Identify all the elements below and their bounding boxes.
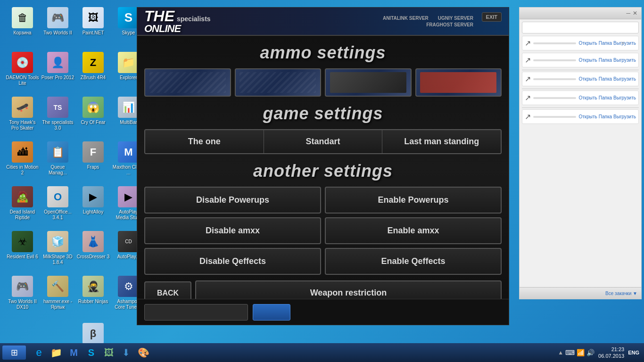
- download-taskbar-icon: ⬇: [122, 347, 130, 358]
- desktop-icon-openoffice[interactable]: O OpenOffice... 3.4.1: [40, 184, 75, 229]
- queue-icon: 📋: [47, 141, 68, 163]
- crossdresser-icon: 👗: [83, 231, 104, 252]
- download-upload-1[interactable]: Выгрузить: [613, 41, 636, 46]
- exit-button[interactable]: EXIT: [482, 12, 502, 22]
- download-actions-1: Открыть Папка Выгрузить: [578, 41, 636, 46]
- desktop-icon-crossdresser[interactable]: 👗 CrossDresser 3: [75, 229, 111, 273]
- bottom-input-field[interactable]: [144, 304, 248, 321]
- download-open-1[interactable]: Открыть: [578, 41, 597, 46]
- download-folder-3[interactable]: Папка: [599, 76, 612, 82]
- recycle-icon: 🗑: [12, 7, 33, 28]
- desktop-icon-lightalloy[interactable]: ▶ LightAlloy: [75, 184, 111, 229]
- desktop-icon-label: The specialists 3.0: [41, 120, 74, 131]
- download-upload-5[interactable]: Выгрузить: [613, 114, 636, 119]
- enable-amxx-button[interactable]: Enable amxx: [325, 217, 502, 244]
- download-arrow-icon-3: ↗: [525, 74, 531, 83]
- taskbar-skype-icon[interactable]: S: [83, 345, 99, 361]
- download-actions-5: Открыть Папка Выгрузить: [578, 114, 636, 119]
- desktop-icon-milkshape[interactable]: 🧊 MilkShape 3D 1.8.4: [40, 229, 75, 273]
- ammo-slot-3[interactable]: [325, 68, 412, 97]
- download-upload-4[interactable]: Выгрузить: [613, 95, 636, 100]
- panel-title-bar: ─ ✕: [520, 8, 641, 19]
- desktop-icon-label: MultiBar: [120, 120, 137, 125]
- desktop-icon-rubber[interactable]: 🥷 Rubber Ninjas: [75, 273, 111, 318]
- panel-minimize-button[interactable]: ─: [626, 10, 630, 16]
- ammo-slot-1[interactable]: [144, 68, 231, 97]
- nav-ugniy[interactable]: UGNIY SERVER: [438, 16, 473, 21]
- desktop-icon-label: Tony Hawk's Pro Skater: [6, 120, 39, 131]
- nav-fraghost[interactable]: FRAGHOST SERVER: [426, 22, 473, 27]
- cry-icon: 😱: [83, 97, 104, 118]
- desktop-icon-two-dx10[interactable]: 🎮 Two Worlds II DX10: [5, 273, 40, 318]
- enable-powerups-button[interactable]: Enable Powerups: [325, 187, 502, 214]
- taskbar-download-icon[interactable]: ⬇: [118, 345, 134, 361]
- download-open-3[interactable]: Открыть: [578, 76, 597, 82]
- desktop-icon-label: Poser Pro 2012: [41, 75, 74, 81]
- disable-powerups-button[interactable]: Disable Powerups: [144, 187, 321, 214]
- clock-date: 06.07.2013: [598, 353, 624, 359]
- taskbar-paint-icon[interactable]: 🎨: [135, 345, 152, 361]
- desktop-icon-resident[interactable]: ☣ Resident Evil 6: [5, 229, 40, 273]
- desktop-icon-paint-net[interactable]: 🖼 Paint.NET: [75, 5, 111, 49]
- download-actions-3: Открыть Папка Выгрузить: [578, 76, 636, 82]
- disable-amxx-button[interactable]: Disable amxx: [144, 217, 321, 244]
- enable-qeffects-button[interactable]: Enable Qeffects: [325, 248, 502, 275]
- desktop-icon-zbrush[interactable]: Z ZBrush 4R4: [75, 49, 111, 94]
- desktop-icon-two-worlds[interactable]: 🎮 Two Worlds II: [40, 5, 75, 49]
- two-worlds-icon: 🎮: [47, 7, 68, 28]
- download-folder-1[interactable]: Папка: [599, 41, 612, 46]
- start-button[interactable]: ⊞: [2, 346, 26, 360]
- download-open-2[interactable]: Открыть: [578, 58, 597, 63]
- download-folder-4[interactable]: Папка: [599, 95, 612, 100]
- taskbar-folder-icon[interactable]: 📁: [48, 345, 65, 361]
- download-open-5[interactable]: Открыть: [578, 114, 597, 119]
- desktop-icon-daemon[interactable]: 💿 DAEMON Tools Lite: [5, 49, 40, 94]
- desktop-icon-cry[interactable]: 😱 Cry Of Fear: [75, 94, 111, 139]
- desktop-icon-label: Skype: [122, 30, 135, 36]
- ammo-slot-4[interactable]: [415, 68, 502, 97]
- tray-arrow-icon[interactable]: ▲: [558, 349, 563, 356]
- desktop-icon-specialists[interactable]: TS The specialists 3.0: [40, 94, 75, 139]
- game-mode-standart[interactable]: Standart: [264, 130, 383, 153]
- desktop-icon-hammer[interactable]: 🔨 hammer.exe - Ярлык: [40, 273, 75, 318]
- taskbar-ie-icon[interactable]: e: [31, 345, 47, 361]
- download-upload-3[interactable]: Выгрузить: [613, 76, 636, 82]
- desktop-icon-fraps[interactable]: F Fraps: [75, 139, 111, 184]
- desktop-icon-cities[interactable]: 🏙 Cities in Motion 2: [5, 139, 40, 184]
- taskbar-photo-icon[interactable]: 🖼: [100, 345, 117, 361]
- download-progress-bar-2: [533, 59, 576, 61]
- ammo-slot-2[interactable]: [235, 68, 322, 97]
- desktop-icon-label: ZBrush 4R4: [81, 75, 106, 81]
- download-close-1[interactable]: ✕: [621, 41, 625, 46]
- game-bottom-bar: [137, 299, 509, 325]
- taskbar-maxthon-icon[interactable]: M: [66, 345, 82, 361]
- game-mode-the-one[interactable]: The one: [145, 130, 264, 153]
- disable-qeffects-button[interactable]: Disable Qeffects: [144, 248, 321, 275]
- ammo-slot-inner-1: [149, 72, 226, 93]
- ammo-slots-row: [144, 68, 502, 97]
- tray-keyboard-icon: ⌨: [565, 349, 575, 356]
- desktop-icon-hawks[interactable]: 🛹 Tony Hawk's Pro Skater: [5, 94, 40, 139]
- nav-anitalink[interactable]: ANITALINK SERVER: [383, 16, 429, 21]
- all-downloads-link[interactable]: Все закачки ▼: [605, 291, 637, 296]
- game-mode-last-man[interactable]: Last man standing: [382, 130, 501, 153]
- download-folder-2[interactable]: Папка: [599, 58, 612, 63]
- another-settings-grid: Disable Powerups Enable Powerups Disable…: [144, 187, 502, 275]
- download-progress-bar-3: [533, 78, 576, 80]
- download-folder-5[interactable]: Папка: [599, 114, 612, 119]
- game-settings-title: game settings: [144, 104, 502, 123]
- desktop-icon-recycle[interactable]: 🗑 Корзина: [5, 5, 40, 49]
- download-upload-2[interactable]: Выгрузить: [613, 58, 636, 63]
- download-open-4[interactable]: Открыть: [578, 95, 597, 100]
- download-filter-input[interactable]: [522, 22, 639, 33]
- bottom-submit-button[interactable]: [253, 304, 290, 321]
- download-arrow-icon-1: ↗: [525, 39, 531, 48]
- desktop-icon-dead-island[interactable]: 🧟 Dead Island Riptide: [5, 184, 40, 229]
- download-arrow-icon-2: ↗: [525, 56, 531, 65]
- panel-close-button[interactable]: ✕: [633, 10, 637, 16]
- desktop-icon-poser[interactable]: 👤 Poser Pro 2012: [40, 49, 75, 94]
- download-progress-bar-5: [533, 116, 576, 118]
- back-button[interactable]: BACK: [144, 281, 191, 299]
- desktop-icon-queue[interactable]: 📋 Queue Manag...: [40, 139, 75, 184]
- weapon-restriction-button[interactable]: Weapon restriction: [195, 280, 502, 299]
